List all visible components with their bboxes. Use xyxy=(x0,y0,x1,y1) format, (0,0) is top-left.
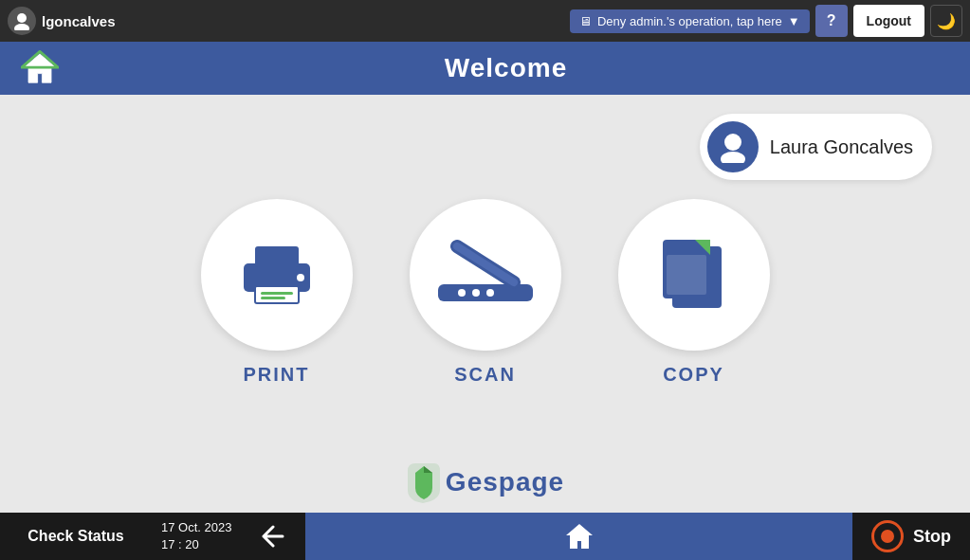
copy-label: COPY xyxy=(663,364,724,386)
date-display: 17 Oct. 2023 xyxy=(161,519,231,536)
stop-circle-icon xyxy=(871,520,904,552)
top-bar: lgoncalves 🖥 Deny admin.'s operation, ta… xyxy=(0,0,970,42)
scan-circle xyxy=(410,199,561,351)
print-action[interactable]: PRINT xyxy=(201,199,353,386)
svg-point-0 xyxy=(17,13,27,23)
check-status-label: Check Status xyxy=(27,528,123,545)
scan-label: SCAN xyxy=(454,364,516,386)
gespage-text: Gespage xyxy=(446,467,564,497)
svg-point-16 xyxy=(472,289,480,297)
admin-deny-button[interactable]: 🖥 Deny admin.'s operation, tap here ▼ xyxy=(570,9,810,33)
print-circle xyxy=(201,199,353,351)
svg-line-14 xyxy=(457,246,514,282)
copy-action[interactable]: COPY xyxy=(618,199,770,386)
logout-button[interactable]: Logout xyxy=(853,5,924,37)
svg-point-5 xyxy=(721,152,745,163)
print-label: PRINT xyxy=(244,364,310,386)
action-row: PRINT SCAN xyxy=(201,199,770,386)
dark-mode-button[interactable]: 🌙 xyxy=(930,5,962,37)
stop-area[interactable]: Stop xyxy=(852,520,970,552)
check-status-button[interactable]: Check Status xyxy=(0,513,152,560)
logout-label: Logout xyxy=(867,13,911,28)
stop-label: Stop xyxy=(913,527,951,547)
dropdown-arrow-icon: ▼ xyxy=(788,14,800,28)
time-display: 17 : 20 xyxy=(161,536,231,553)
page-header: Welcome xyxy=(0,42,970,95)
svg-rect-9 xyxy=(261,292,293,295)
svg-point-4 xyxy=(724,134,741,151)
moon-icon: 🌙 xyxy=(937,12,956,30)
page-title: Welcome xyxy=(61,53,951,83)
stop-inner xyxy=(881,530,894,543)
svg-point-1 xyxy=(14,24,29,30)
home-icon-header[interactable] xyxy=(19,47,61,89)
user-name: Laura Goncalves xyxy=(770,136,913,158)
svg-point-17 xyxy=(486,289,494,297)
svg-marker-22 xyxy=(566,524,593,549)
svg-point-15 xyxy=(458,289,466,297)
svg-rect-7 xyxy=(255,246,299,267)
bottom-bar: Check Status 17 Oct. 2023 17 : 20 Stop xyxy=(0,513,970,560)
help-label: ? xyxy=(827,12,836,29)
user-avatar-large xyxy=(707,121,759,172)
back-button[interactable] xyxy=(241,513,305,560)
monitor-icon: 🖥 xyxy=(579,14,592,28)
svg-rect-10 xyxy=(261,297,285,299)
svg-point-11 xyxy=(297,274,304,281)
user-profile-card: Laura Goncalves xyxy=(700,114,932,180)
help-button[interactable]: ? xyxy=(815,5,848,37)
datetime-display: 17 Oct. 2023 17 : 20 xyxy=(152,519,241,553)
user-avatar-small xyxy=(8,7,36,35)
svg-rect-20 xyxy=(667,255,706,295)
user-badge: lgoncalves xyxy=(8,7,116,35)
scan-action[interactable]: SCAN xyxy=(410,199,561,386)
home-button-bottom[interactable] xyxy=(305,513,852,560)
username-label: lgoncalves xyxy=(42,13,116,29)
gespage-logo: Gespage xyxy=(406,461,564,503)
copy-circle xyxy=(618,199,770,351)
admin-deny-label: Deny admin.'s operation, tap here xyxy=(597,14,782,28)
main-content: Laura Goncalves PRIN xyxy=(0,95,970,513)
